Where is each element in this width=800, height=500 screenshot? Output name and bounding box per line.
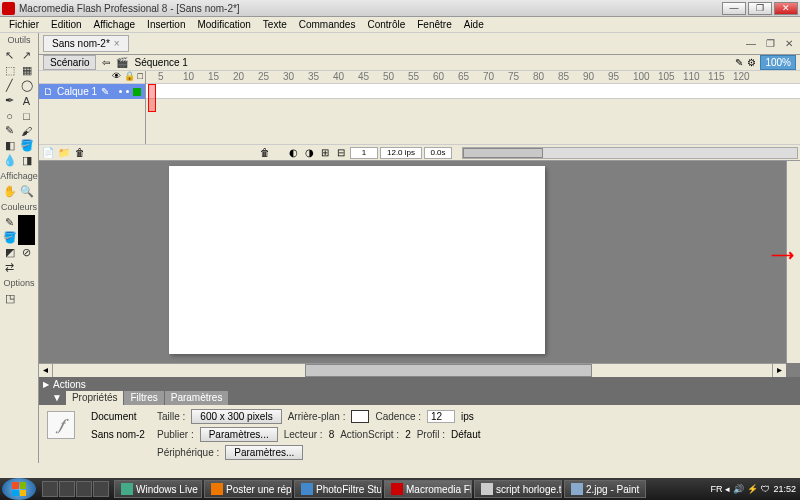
menu-edit[interactable]: Edition <box>46 19 87 30</box>
lasso-tool[interactable]: ◯ <box>18 78 35 93</box>
swap-colors[interactable]: ⇄ <box>1 260 18 275</box>
menu-view[interactable]: Affichage <box>89 19 141 30</box>
modify-markers-icon[interactable]: ⊟ <box>334 146 348 160</box>
timeline-ruler[interactable]: 5101520253035404550556065707580859095100… <box>146 71 800 84</box>
ql-icon[interactable] <box>76 481 92 497</box>
rectangle-tool[interactable]: □ <box>18 108 35 123</box>
document-tab[interactable]: Sans nom-2* × <box>43 35 129 52</box>
edit-frames-icon[interactable]: ⊞ <box>318 146 332 160</box>
paint-bucket-tool[interactable]: 🪣 <box>18 138 35 153</box>
ql-icon[interactable] <box>93 481 109 497</box>
menu-modify[interactable]: Modification <box>192 19 255 30</box>
layer-outline-color[interactable] <box>133 88 141 96</box>
tab-filters[interactable]: Filtres <box>124 391 163 405</box>
free-transform-tool[interactable]: ⬚ <box>1 63 18 78</box>
pencil-tool[interactable]: ✎ <box>1 123 18 138</box>
timeline-scrollbar[interactable] <box>462 147 798 159</box>
stroke-color[interactable] <box>18 215 35 230</box>
onion-skin-icon[interactable]: ◐ <box>286 146 300 160</box>
close-button[interactable]: ✕ <box>774 2 798 15</box>
publish-settings-button[interactable]: Paramètres... <box>200 427 278 442</box>
edit-scene-icon[interactable]: ✎ <box>735 57 743 68</box>
delete-trash-icon[interactable]: 🗑 <box>258 146 272 160</box>
stroke-color-swatch[interactable]: ✎ <box>1 215 18 230</box>
pen-tool[interactable]: ✒ <box>1 93 18 108</box>
timeline-panel: 👁 🔒 □ 🗋 Calque 1 ✎ 510152025303540455055… <box>39 71 800 161</box>
start-button[interactable] <box>2 478 36 500</box>
tray-icon[interactable]: 🛡 <box>761 484 770 494</box>
taskbar-item[interactable]: Windows Live M... <box>114 480 202 498</box>
lock-icon[interactable]: 🔒 <box>124 71 135 83</box>
tab-close-icon[interactable]: × <box>114 38 120 49</box>
current-frame-field[interactable]: 1 <box>350 147 378 159</box>
back-icon[interactable]: ⇦ <box>102 57 110 68</box>
onion-outline-icon[interactable]: ◑ <box>302 146 316 160</box>
fill-color-swatch[interactable]: 🪣 <box>1 230 18 245</box>
taskbar-item[interactable]: 2.jpg - Paint <box>564 480 646 498</box>
zoom-field[interactable]: 100% <box>760 55 796 70</box>
playhead[interactable] <box>148 84 156 112</box>
lang-indicator[interactable]: FR <box>710 484 722 494</box>
tray-icon[interactable]: ◂ <box>725 484 730 494</box>
taskbar-item[interactable]: PhotoFiltre Studi... <box>294 480 382 498</box>
eyedropper-tool[interactable]: 💧 <box>1 153 18 168</box>
maximize-button[interactable]: ❐ <box>748 2 772 15</box>
zoom-tool[interactable]: 🔍 <box>18 184 35 199</box>
selection-tool[interactable]: ↖ <box>1 48 18 63</box>
doc-close-button[interactable]: ✕ <box>782 38 796 49</box>
actions-panel-header[interactable]: ▶ Actions <box>39 377 800 391</box>
menu-help[interactable]: Aide <box>459 19 489 30</box>
menu-insert[interactable]: Insertion <box>142 19 190 30</box>
clock[interactable]: 21:52 <box>773 484 796 494</box>
brush-tool[interactable]: 🖌 <box>18 123 35 138</box>
outline-icon[interactable]: □ <box>138 71 143 83</box>
tab-parameters[interactable]: Paramètres <box>165 391 229 405</box>
tool-option[interactable]: ◳ <box>1 291 18 306</box>
taskbar-item[interactable]: Poster une répo... <box>204 480 292 498</box>
menu-file[interactable]: Fichier <box>4 19 44 30</box>
ql-icon[interactable] <box>42 481 58 497</box>
default-colors[interactable]: ◩ <box>1 245 18 260</box>
collapse-icon[interactable]: ▼ <box>49 391 65 405</box>
oval-tool[interactable]: ○ <box>1 108 18 123</box>
size-button[interactable]: 600 x 300 pixels <box>191 409 281 424</box>
new-layer-icon[interactable]: 📄 <box>41 146 55 160</box>
cadence-input[interactable] <box>427 410 455 423</box>
hand-tool[interactable]: ✋ <box>1 184 18 199</box>
gradient-tool[interactable]: ▦ <box>18 63 35 78</box>
taskbar-item-active[interactable]: Macromedia Fla... <box>384 480 472 498</box>
doc-minimize-button[interactable]: — <box>743 38 759 49</box>
ink-bottle-tool[interactable]: ◧ <box>1 138 18 153</box>
text-tool[interactable]: A <box>18 93 35 108</box>
no-color[interactable]: ⊘ <box>18 245 35 260</box>
frame-strip[interactable] <box>146 84 800 99</box>
eraser-tool[interactable]: ◨ <box>18 153 35 168</box>
menu-text[interactable]: Texte <box>258 19 292 30</box>
minimize-button[interactable]: — <box>722 2 746 15</box>
fill-color[interactable] <box>18 230 35 245</box>
doc-restore-button[interactable]: ❐ <box>763 38 778 49</box>
taskbar-item[interactable]: script horloge.txt... <box>474 480 562 498</box>
stage-canvas[interactable] <box>169 166 545 354</box>
menu-commands[interactable]: Commandes <box>294 19 361 30</box>
fps-field[interactable]: 12.0 ips <box>380 147 422 159</box>
ql-icon[interactable] <box>59 481 75 497</box>
tray-icon[interactable]: 🔊 <box>733 484 744 494</box>
scenario-button[interactable]: Scénario <box>43 55 96 70</box>
annotation-arrow: ⟶ <box>771 245 794 264</box>
menu-control[interactable]: Contrôle <box>362 19 410 30</box>
show-hide-icon[interactable]: 👁 <box>112 71 121 83</box>
background-swatch[interactable] <box>351 410 369 423</box>
edit-symbol-icon[interactable]: ⚙ <box>747 57 756 68</box>
layer-row[interactable]: 🗋 Calque 1 ✎ <box>39 84 145 99</box>
document-type-label: Document <box>91 411 151 422</box>
menu-window[interactable]: Fenêtre <box>412 19 456 30</box>
line-tool[interactable]: ╱ <box>1 78 18 93</box>
horizontal-scrollbar[interactable]: ◂ ▸ <box>39 363 786 377</box>
tray-icon[interactable]: ⚡ <box>747 484 758 494</box>
tab-properties[interactable]: Propriétés <box>66 391 124 405</box>
delete-layer-icon[interactable]: 🗑 <box>73 146 87 160</box>
subselection-tool[interactable]: ↗ <box>18 48 35 63</box>
device-settings-button[interactable]: Paramètres... <box>225 445 303 460</box>
new-folder-icon[interactable]: 📁 <box>57 146 71 160</box>
